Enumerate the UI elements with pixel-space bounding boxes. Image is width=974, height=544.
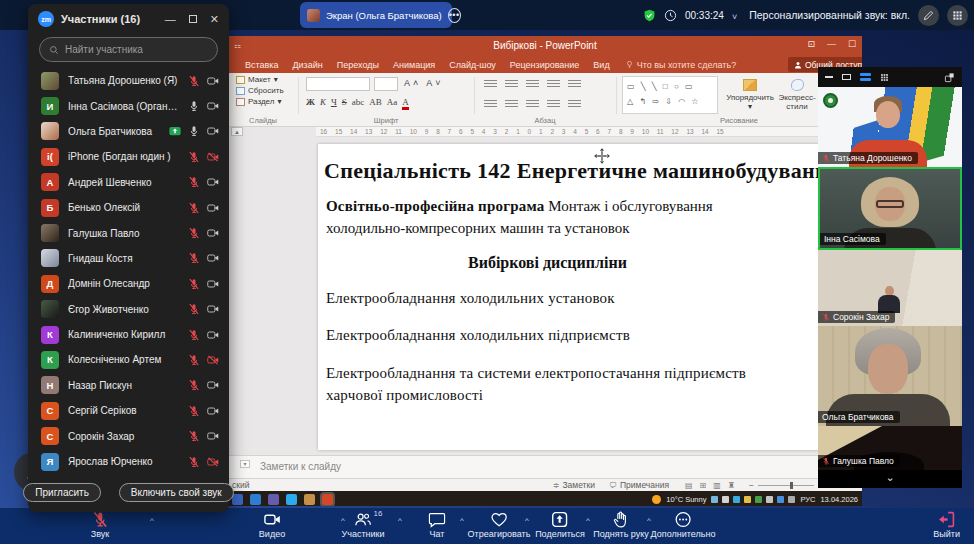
share-tab-options-icon[interactable]: •••	[448, 8, 461, 23]
slideshow-icon[interactable]: ♜	[728, 481, 735, 490]
font-name-select[interactable]	[306, 77, 370, 91]
participant-row[interactable]: і(iPhone (Богдан юдин )	[28, 144, 229, 169]
toolbar-mic-muted-button[interactable]: Звук	[91, 511, 109, 539]
normal-view-icon[interactable]: ▤	[685, 481, 693, 490]
tray-icon[interactable]	[777, 496, 784, 503]
speaker-view-icon[interactable]	[860, 73, 871, 81]
timer-chevron-icon[interactable]	[732, 6, 737, 24]
taskbar-app-icon[interactable]	[232, 494, 243, 505]
zoom-out-icon[interactable]: −	[749, 480, 754, 490]
participant-row[interactable]: Галушка Павло	[28, 220, 229, 245]
language-switcher[interactable]: РУС	[800, 495, 815, 504]
invite-button[interactable]: Пригласить	[23, 483, 101, 502]
participant-row[interactable]: ССергій Серіков	[28, 398, 229, 423]
participant-row[interactable]: ИІнна Сасімова (Организатор)	[28, 93, 229, 118]
zoom-slider[interactable]	[758, 485, 814, 486]
participant-row[interactable]: ККалиниченко Кирилл	[28, 322, 229, 347]
gallery-view-icon[interactable]	[880, 73, 889, 82]
tell-me-box[interactable]: Что вы хотите сделать?	[619, 60, 737, 70]
participant-row[interactable]: ССорокін Захар	[28, 423, 229, 448]
ppt-menu-tab-Дизайн[interactable]: Дизайн	[285, 60, 329, 70]
display-settings-icon[interactable]: ⊡	[807, 39, 815, 49]
ppt-menu-tab-Вид[interactable]: Вид	[586, 60, 616, 70]
tray-icon[interactable]	[722, 496, 729, 503]
minimize-strip-icon[interactable]	[825, 76, 833, 78]
language-indicator[interactable]: ский	[232, 480, 249, 490]
notes-pane[interactable]: ▾ Заметки к слайду	[228, 455, 862, 478]
participant-row[interactable]: ННазар Пискун	[28, 373, 229, 398]
thumbnail-scroll-button[interactable]: ▲	[231, 127, 243, 136]
grow-shrink-font-buttons[interactable]: A˄ A˅	[404, 78, 444, 88]
list-indent-buttons[interactable]	[484, 80, 581, 89]
participant-row[interactable]: ААндрей Шевченко	[28, 170, 229, 195]
slide-canvas[interactable]: Спеціальність 142 Енергетичне машинобуду…	[318, 144, 862, 450]
shapes-gallery[interactable]: ▭ ╲ ╲ □ ○ ▭ △ ↰ ⇨ ⇩ ◠ ☆	[622, 76, 718, 114]
video-tile-tatyana[interactable]: Татьяна Дорошенко	[818, 87, 962, 167]
tray-icon[interactable]	[755, 496, 762, 503]
restore-strip-icon[interactable]	[842, 74, 851, 80]
video-tile-olga[interactable]: Ольга Братчикова	[818, 326, 962, 426]
maximize-icon[interactable]: ☐	[848, 39, 856, 49]
tray-icon[interactable]	[766, 496, 773, 503]
font-style-button[interactable]: А	[402, 97, 409, 110]
comments-toggle[interactable]: 🗩Примечания	[609, 480, 669, 490]
font-style-button[interactable]: abc	[352, 97, 365, 107]
tray-icon[interactable]	[711, 496, 718, 503]
leave-meeting-button[interactable]: Выйти	[933, 511, 960, 539]
toolbar-chat-button[interactable]: Чат	[429, 511, 446, 539]
reading-view-icon[interactable]: ▥	[713, 481, 721, 490]
participant-row[interactable]: ККолесніченко Артем	[28, 347, 229, 372]
font-style-button[interactable]: АВ	[369, 97, 382, 107]
taskbar-date[interactable]: 13.04.2026	[820, 495, 858, 504]
font-style-button[interactable]: S	[342, 97, 347, 107]
toolbar-more-button[interactable]: Дополнительно	[651, 511, 716, 539]
font-style-button[interactable]: Ч	[331, 97, 337, 107]
participant-row[interactable]: Татьяна Дорошенко (Я)	[28, 68, 229, 93]
quick-styles-button[interactable]: Экспресс-стили	[776, 79, 818, 111]
panel-close-icon[interactable]: ✕	[210, 13, 219, 26]
video-tile-sorokin[interactable]: Сорокін Захар	[818, 250, 962, 326]
zoom-control[interactable]: −	[749, 480, 814, 490]
participant-row[interactable]: Гнидаш Костя	[28, 246, 229, 271]
taskbar-app-icon[interactable]	[304, 494, 315, 505]
taskbar-app-icon[interactable]	[250, 494, 261, 505]
ppt-menu-tab-Слайд-шоу[interactable]: Слайд-шоу	[442, 60, 503, 70]
section-button[interactable]: Раздел ▾	[228, 95, 298, 106]
popout-layout-icon[interactable]	[944, 72, 955, 83]
toolbar-caret-icon[interactable]	[586, 516, 590, 525]
search-participant-input[interactable]: Найти участника	[39, 37, 218, 62]
layout-button[interactable]: Макет ▾	[228, 73, 298, 84]
reset-button[interactable]: Сбросить	[228, 84, 298, 95]
font-style-button[interactable]: Аа	[387, 97, 397, 107]
notes-toggle[interactable]: ≑Заметки	[553, 480, 595, 490]
participant-row[interactable]: ЯЯрослав Юрченко	[28, 449, 229, 474]
participant-row[interactable]: Єгор Животченко	[28, 297, 229, 322]
tray-icon[interactable]	[733, 496, 740, 503]
panel-minimize-icon[interactable]: —	[165, 13, 176, 25]
slide-sorter-icon[interactable]: ⊞	[700, 481, 707, 490]
ppt-menu-tab-Вставка[interactable]: Вставка	[238, 60, 285, 70]
taskbar-app-icon[interactable]	[268, 494, 279, 505]
annotate-button[interactable]	[918, 5, 939, 26]
ppt-menu-tab-Анимация[interactable]: Анимация	[386, 60, 442, 70]
participant-row[interactable]: ДДомнін Олесандр	[28, 271, 229, 296]
unmute-self-button[interactable]: Включить свой звук	[119, 483, 234, 502]
toolbar-caret-icon[interactable]	[398, 516, 402, 525]
shared-screen-tab[interactable]: Экран (Ольга Братчикова) •••	[300, 2, 452, 28]
video-tile-inna-active-speaker[interactable]: Інна Сасімова	[818, 167, 962, 250]
video-tile-galushka[interactable]: Галушка Павло	[818, 426, 962, 470]
font-size-select[interactable]	[374, 77, 398, 91]
view-switcher[interactable]: ▤ ⊞ ▥ ♜	[685, 481, 735, 490]
minimize-icon[interactable]: —	[827, 39, 836, 49]
toolbar-share-button[interactable]: Поделиться	[535, 511, 585, 539]
weather-text[interactable]: 10°C Sunny	[666, 495, 706, 504]
toolbar-caret-icon[interactable]	[525, 516, 529, 525]
tray-icon[interactable]	[788, 496, 795, 503]
ppt-menu-tab-Переходы[interactable]: Переходы	[330, 60, 386, 70]
toolbar-caret-icon[interactable]	[460, 516, 464, 525]
toolbar-heart-button[interactable]: Отреагировать	[468, 511, 531, 539]
font-style-button[interactable]: Ж	[306, 97, 315, 107]
tray-icon[interactable]	[744, 496, 751, 503]
scroll-more-videos-chevron[interactable]: ⌄	[818, 470, 962, 488]
taskbar-app-icon[interactable]	[286, 494, 297, 505]
